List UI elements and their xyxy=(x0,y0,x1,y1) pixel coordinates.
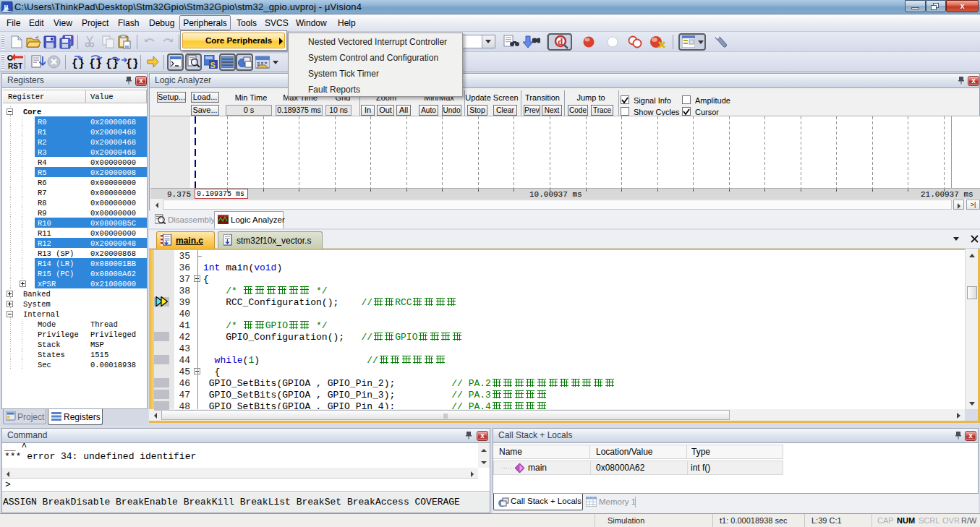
svg-text:{}: {} xyxy=(72,58,85,69)
svg-text:S: S xyxy=(210,61,216,69)
svg-text:4: 4 xyxy=(8,7,12,13)
svg-text:{}: {} xyxy=(126,58,137,69)
svg-text:RST: RST xyxy=(8,62,22,70)
svg-text:d: d xyxy=(558,36,563,47)
